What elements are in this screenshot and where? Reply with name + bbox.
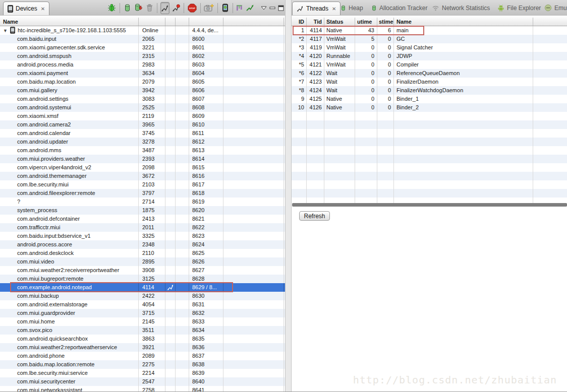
process-row[interactable]: com.baidu.input20658600 <box>0 35 285 43</box>
device-row[interactable]: ▼htc-incredible_s_s710e-192.168.1.103:55… <box>0 26 285 35</box>
screen-capture-button[interactable] <box>204 3 214 14</box>
process-row[interactable]: com.trafficctr.miui20118622 <box>0 223 285 232</box>
process-row[interactable]: android.process.acore23488624 <box>0 240 285 249</box>
process-row[interactable]: com.android.fileexplorer:remote37978618 <box>0 189 285 198</box>
column-header[interactable] <box>165 18 176 26</box>
thread-row[interactable]: *84124Wait00FinalizerWatchdogDaemon <box>292 86 567 95</box>
process-row[interactable]: com.lbe.security.miui21038617 <box>0 180 285 189</box>
tab-emulator-control[interactable]: Emul <box>544 0 567 16</box>
thread-row[interactable]: *54121VmWait00Compiler <box>292 60 567 69</box>
maximize-button[interactable] <box>278 3 284 14</box>
process-row[interactable]: com.android.quicksearchbox38638635 <box>0 335 285 343</box>
process-row[interactable]: com.miui.providers.weather23938614 <box>0 155 285 163</box>
refresh-button[interactable]: Refresh <box>299 211 330 221</box>
tab-threads[interactable]: Threads ✕ <box>292 2 341 15</box>
process-row[interactable]: com.miui.weather2:reportweatherservice39… <box>0 343 285 352</box>
process-row[interactable]: com.svox.pico35118634 <box>0 326 285 335</box>
thread-row[interactable]: *34119VmWait00Signal Catcher <box>292 43 567 52</box>
cause-gc-button[interactable] <box>146 3 153 14</box>
column-header[interactable] <box>533 18 567 26</box>
dump-hprof-button[interactable] <box>134 3 143 14</box>
thread-row[interactable]: 94125Native00Binder_1 <box>292 95 567 103</box>
thread-stime-cell: 0 <box>377 60 394 69</box>
cell <box>176 369 189 377</box>
column-header-utime[interactable]: utime <box>355 18 377 26</box>
process-row[interactable]: com.lbe.security.miui:service22148639 <box>0 369 285 377</box>
process-row[interactable]: com.baidu.map.location:remote22758638 <box>0 360 285 369</box>
process-row[interactable]: com.miui.backup24228630 <box>0 292 285 300</box>
process-row[interactable]: com.android.thememanager36728616 <box>0 172 285 180</box>
process-row[interactable]: com.xiaomi.xmsf21198609 <box>0 112 285 120</box>
update-heap-button[interactable] <box>124 3 131 14</box>
process-row[interactable]: com.baidu.map.location20798605 <box>0 78 285 86</box>
column-header[interactable] <box>189 18 223 26</box>
process-row[interactable]: com.android.camera239658610 <box>0 120 285 129</box>
process-row[interactable]: com.android.mms34878613 <box>0 146 285 155</box>
view-menu-button[interactable] <box>261 3 267 14</box>
column-header[interactable] <box>139 18 165 26</box>
process-row[interactable]: android.process.media29838603 <box>0 60 285 69</box>
process-row[interactable]: com.android.smspush23158602 <box>0 52 285 60</box>
horizontal-scrollbar[interactable] <box>292 203 567 207</box>
process-row[interactable]: com.android.settings30838607 <box>0 95 285 103</box>
hierarchy-view-button[interactable] <box>236 3 243 14</box>
process-row-selected[interactable]: com.example.android.notepad41148629 / 8.… <box>0 283 285 292</box>
update-threads-button[interactable] <box>160 2 169 14</box>
process-row[interactable]: com.miui.video28958626 <box>0 257 285 266</box>
column-header-stime[interactable]: stime <box>377 18 394 26</box>
process-row[interactable]: com.miui.gallery39428606 <box>0 86 285 95</box>
process-row[interactable]: com.xiaomi.gamecenter.sdk.service3221860… <box>0 43 285 52</box>
column-header-name[interactable]: Name <box>394 18 533 26</box>
device-view-button[interactable] <box>221 3 229 14</box>
thread-row[interactable]: *74123Wait00FinalizerDaemon <box>292 78 567 86</box>
thread-row[interactable]: 104126Native00Binder_2 <box>292 103 567 112</box>
tab-network-statistics-label: Network Statistics <box>442 5 490 12</box>
column-header-tid[interactable]: Tid <box>307 18 324 26</box>
systrace-button[interactable] <box>246 3 254 14</box>
thread-row[interactable]: *44120Runnable00JDWP <box>292 52 567 60</box>
column-header[interactable] <box>176 18 189 26</box>
process-row[interactable]: com.miui.weather2:receiverreportweather3… <box>0 266 285 275</box>
column-header-name[interactable]: Name <box>0 18 139 26</box>
tab-network-statistics[interactable]: Network Statistics <box>432 0 490 16</box>
process-row[interactable]: com.android.systemui25258608 <box>0 103 285 112</box>
minimize-button[interactable] <box>269 3 275 14</box>
process-row[interactable]: com.android.calendar37458611 <box>0 129 285 138</box>
process-row[interactable]: com.android.deskclock21108625 <box>0 249 285 257</box>
process-row[interactable]: com.android.updater32788612 <box>0 138 285 146</box>
process-row[interactable]: com.xiaomi.payment36348604 <box>0 69 285 78</box>
start-method-profiling-button[interactable] <box>172 3 180 14</box>
debugger-status-cell <box>165 78 176 86</box>
pane-splitter[interactable] <box>286 0 292 391</box>
disclosure-triangle-icon[interactable]: ▼ <box>0 27 10 35</box>
process-row[interactable]: com.miui.networkassistant27588641 <box>0 386 285 391</box>
thread-row[interactable]: *24117VmWait50GC <box>292 35 567 43</box>
thread-row[interactable]: *64122Wait00ReferenceQueueDaemon <box>292 69 567 78</box>
close-icon[interactable]: ✕ <box>331 6 336 12</box>
debugger-status-cell <box>165 309 176 317</box>
debug-process-button[interactable] <box>107 3 116 14</box>
process-row[interactable]: com.android.phone20898637 <box>0 352 285 360</box>
process-row[interactable]: com.baidu.input:bdservice_v133258623 <box>0 232 285 240</box>
stop-process-button[interactable]: STOP <box>188 3 197 14</box>
tab-devices[interactable]: Devices ✕ <box>3 2 49 15</box>
process-row[interactable]: com.miui.home21458633 <box>0 317 285 326</box>
process-row[interactable]: com.miui.guardprovider37158632 <box>0 309 285 317</box>
cell <box>223 266 284 275</box>
tab-file-explorer[interactable]: File Explorer <box>497 0 541 16</box>
process-row[interactable]: com.android.defcontainer24138621 <box>0 215 285 223</box>
process-row[interactable]: com.vipercn.viper4android_v220988615 <box>0 163 285 172</box>
column-header-id[interactable]: ID <box>292 18 307 26</box>
column-header-status[interactable]: Status <box>324 18 355 26</box>
close-icon[interactable]: ✕ <box>40 6 45 12</box>
process-row[interactable]: com.android.externalstorage40548631 <box>0 300 285 309</box>
process-row[interactable]: system_process18758620 <box>0 206 285 215</box>
column-header[interactable] <box>223 18 284 26</box>
cell <box>176 43 189 52</box>
process-row[interactable]: com.miui.bugreport:remote31258628 <box>0 275 285 283</box>
process-row[interactable]: com.miui.securitycenter25478640 <box>0 377 285 386</box>
tab-heap[interactable]: Heap <box>341 0 363 16</box>
process-row[interactable]: ?27148619 <box>0 198 285 206</box>
tab-allocation-tracker[interactable]: Allocation Tracker <box>371 0 427 16</box>
thread-row[interactable]: 14114Native436main <box>292 26 567 35</box>
